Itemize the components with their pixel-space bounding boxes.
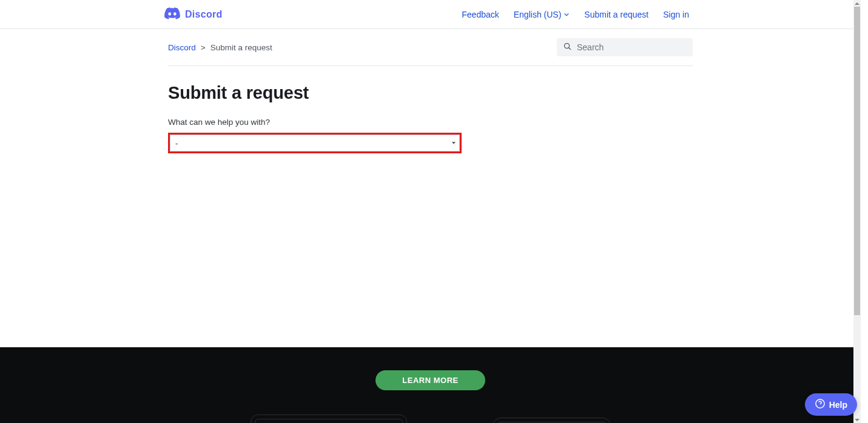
search-box[interactable] [557, 38, 693, 56]
help-select-highlight: - [168, 133, 462, 153]
nav-language-label: English (US) [514, 10, 562, 19]
search-input[interactable] [577, 42, 687, 52]
select-arrow-icon [452, 142, 456, 144]
discord-logo-text: Discord [185, 9, 223, 20]
search-icon [563, 42, 572, 53]
page-title: Submit a request [168, 83, 693, 103]
discord-logo-icon [164, 7, 180, 22]
scrollbar-thumb[interactable] [854, 7, 860, 315]
scrollbar-up-arrow[interactable] [853, 0, 861, 7]
sub-header-row: Discord > Submit a request [168, 29, 693, 66]
help-widget-label: Help [829, 400, 847, 410]
nav-sign-in[interactable]: Sign in [663, 10, 689, 19]
device-tablet [493, 418, 611, 423]
footer-section: LEARN MORE [0, 347, 861, 423]
learn-more-button[interactable]: LEARN MORE [375, 370, 485, 390]
help-label: What can we help you with? [168, 118, 693, 127]
breadcrumb-root[interactable]: Discord [168, 43, 196, 52]
page-root: Discord Feedback English (US) Submit a r… [0, 0, 861, 423]
device-laptop [251, 415, 407, 423]
help-icon [815, 398, 826, 411]
help-select-value: - [175, 139, 178, 148]
scrollbar-down-arrow[interactable] [853, 416, 861, 423]
nav-feedback[interactable]: Feedback [462, 10, 499, 19]
site-header: Discord Feedback English (US) Submit a r… [0, 0, 861, 29]
breadcrumb-separator: > [201, 43, 206, 52]
vertical-scrollbar[interactable] [853, 0, 861, 423]
nav-submit-request[interactable]: Submit a request [584, 10, 648, 19]
chevron-down-icon [564, 10, 570, 19]
breadcrumb: Discord > Submit a request [168, 43, 272, 52]
svg-point-0 [565, 43, 570, 48]
main-container: Discord > Submit a request Submit a requ… [168, 29, 693, 153]
help-widget-button[interactable]: Help [805, 393, 857, 416]
device-illustration [0, 413, 861, 423]
top-nav: Feedback English (US) Submit a request S… [462, 10, 689, 19]
header-inner: Discord Feedback English (US) Submit a r… [164, 0, 689, 29]
nav-language-dropdown[interactable]: English (US) [514, 10, 570, 19]
breadcrumb-current: Submit a request [210, 43, 272, 52]
svg-line-1 [569, 47, 571, 50]
discord-logo[interactable]: Discord [164, 7, 223, 22]
help-select[interactable]: - [170, 135, 460, 152]
